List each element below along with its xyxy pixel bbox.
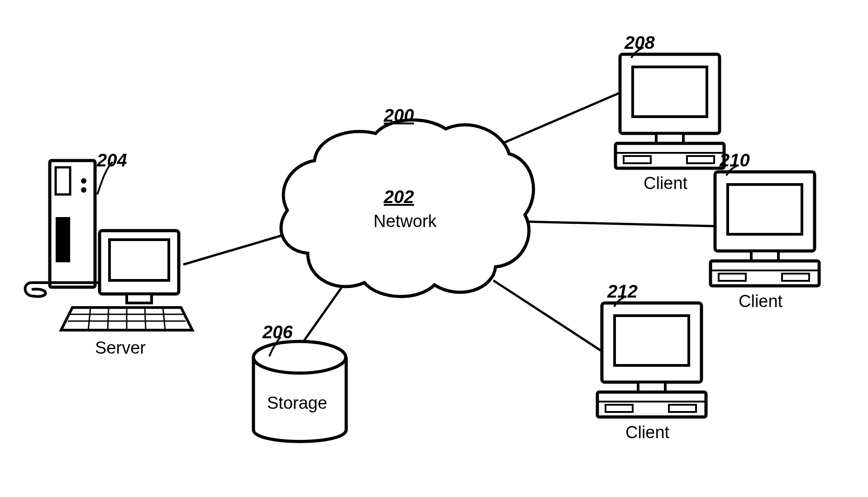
svg-line-4 [493, 280, 604, 353]
svg-rect-40 [606, 405, 633, 412]
connection-lines [0, 0, 868, 497]
svg-point-10 [81, 187, 86, 193]
network-diagram: 200 202 204 206 208 210 212 Network Serv… [0, 0, 868, 497]
client-208-label: Client [644, 174, 687, 193]
ref-206: 206 [262, 322, 293, 342]
storage-icon [253, 341, 346, 441]
svg-line-2 [489, 93, 620, 149]
svg-rect-41 [669, 405, 696, 412]
server-tower-icon [50, 161, 95, 287]
svg-rect-13 [127, 294, 152, 303]
svg-point-9 [81, 178, 86, 184]
svg-rect-27 [687, 156, 714, 163]
svg-point-5 [253, 341, 346, 373]
svg-line-17 [108, 308, 109, 330]
ref-212: 212 [607, 281, 638, 302]
server-label: Server [95, 338, 146, 358]
svg-line-3 [525, 222, 715, 226]
ref-202: 202 [384, 187, 414, 207]
server-keyboard-icon [61, 308, 192, 330]
storage-label: Storage [267, 393, 327, 413]
svg-rect-22 [633, 67, 707, 117]
ref-210: 210 [720, 150, 750, 170]
svg-rect-29 [728, 185, 802, 234]
client-210-label: Client [739, 292, 782, 311]
svg-rect-26 [624, 156, 651, 163]
client-208-icon [615, 54, 724, 168]
svg-line-19 [145, 308, 146, 330]
svg-rect-8 [56, 217, 70, 262]
ref-204: 204 [97, 150, 127, 170]
ref-208: 208 [625, 33, 655, 53]
svg-line-0 [183, 235, 283, 265]
client-212-label: Client [625, 423, 669, 442]
client-212-icon [597, 303, 706, 417]
client-210-icon [711, 172, 819, 286]
svg-rect-36 [615, 316, 689, 365]
svg-rect-34 [782, 274, 809, 281]
cloud-icon [281, 120, 534, 296]
svg-rect-7 [56, 167, 70, 194]
svg-rect-33 [719, 274, 746, 281]
server-monitor-icon [25, 231, 179, 303]
cloud-label: Network [367, 212, 444, 231]
ref-200: 200 [384, 105, 414, 126]
svg-rect-12 [110, 240, 169, 280]
